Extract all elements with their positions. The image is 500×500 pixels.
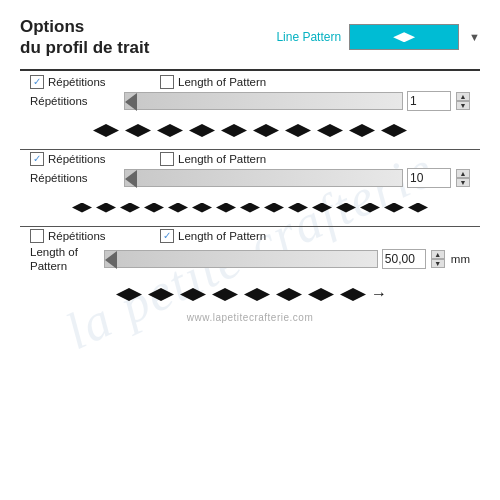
- section3-unit-label: mm: [451, 253, 470, 265]
- section2-repetitions-label: Répétitions: [48, 153, 106, 165]
- section1-input-row: Répétitions 1 ▲ ▼: [20, 91, 480, 111]
- section2-divider: [20, 226, 480, 227]
- section2-value: 10: [410, 171, 423, 185]
- section1-number-input[interactable]: 1: [407, 91, 451, 111]
- section1-slider-area: [124, 92, 403, 110]
- section3-repetitions-group: Répétitions: [30, 229, 160, 243]
- section3-repetitions-checkbox[interactable]: [30, 229, 44, 243]
- section2-spinner: ▲ ▼: [456, 169, 470, 187]
- section3-slider-area: [104, 250, 378, 268]
- section1-divider: [20, 149, 480, 150]
- section1-slider-thumb[interactable]: [125, 93, 137, 111]
- pattern-row-3: →: [20, 280, 480, 308]
- section1-length-label: Length of Pattern: [178, 76, 266, 88]
- diamond: [244, 288, 270, 301]
- section3-spinner: ▲ ▼: [431, 250, 445, 268]
- diamond: [189, 124, 215, 137]
- title-line2: du profil de trait: [20, 38, 149, 57]
- section2-length-checkbox[interactable]: [160, 152, 174, 166]
- section3-slider-thumb[interactable]: [105, 251, 117, 269]
- diamond: [308, 288, 334, 301]
- section2-slider-track[interactable]: [124, 169, 403, 187]
- diamond: [168, 203, 188, 213]
- diamond: [276, 288, 302, 301]
- section3-length-checkbox[interactable]: ✓: [160, 229, 174, 243]
- section2-slider-area: [124, 169, 403, 187]
- section1-repetitions-label: Répétitions: [48, 76, 106, 88]
- section1-repetitions-group: ✓ Répétitions: [30, 75, 160, 89]
- section3-value: 50,00: [385, 252, 415, 266]
- line-pattern-preview[interactable]: [349, 24, 459, 50]
- preview-diamond: [393, 32, 415, 42]
- section2-input-label: Répétitions: [30, 172, 120, 184]
- header-right: Line Pattern ▼: [276, 24, 480, 50]
- section3-options-row: Répétitions ✓ Length of Pattern: [20, 229, 480, 243]
- page-container: Options du profil de trait Line Pattern …: [0, 0, 500, 333]
- section1-slider-track[interactable]: [124, 92, 403, 110]
- diamond: [221, 124, 247, 137]
- website-label: www.lapetitecrafterie.com: [20, 312, 480, 323]
- header: Options du profil de trait Line Pattern …: [20, 10, 480, 63]
- section1-spinner: ▲ ▼: [456, 92, 470, 110]
- diamond: [216, 203, 236, 213]
- diamond: [381, 124, 407, 137]
- diamond: [288, 203, 308, 213]
- diamond: [384, 203, 404, 213]
- diamond: [93, 124, 119, 137]
- diamond: [144, 203, 164, 213]
- diamond: [157, 124, 183, 137]
- dropdown-arrow-icon[interactable]: ▼: [469, 31, 480, 43]
- diamond: [253, 124, 279, 137]
- diamond: [285, 124, 311, 137]
- section3-length-label: Length of Pattern: [178, 230, 266, 242]
- section3-number-input[interactable]: 50,00: [382, 249, 426, 269]
- section-1: ✓ Répétitions Length of Pattern Répétiti…: [20, 75, 480, 111]
- section2-spin-down[interactable]: ▼: [456, 178, 470, 187]
- section2-input-row: Répétitions 10 ▲ ▼: [20, 168, 480, 188]
- section3-input-row: Length ofPattern 50,00 ▲ ▼ mm: [20, 245, 480, 275]
- diamond: [360, 203, 380, 213]
- section1-options-row: ✓ Répétitions Length of Pattern: [20, 75, 480, 89]
- diamond: [148, 288, 174, 301]
- section3-spin-up[interactable]: ▲: [431, 250, 445, 259]
- diamond: [340, 288, 366, 301]
- section1-length-checkbox[interactable]: [160, 75, 174, 89]
- section3-repetitions-label: Répétitions: [48, 230, 106, 242]
- section3-length-group: ✓ Length of Pattern: [160, 229, 290, 243]
- section2-options-row: ✓ Répétitions Length of Pattern: [20, 152, 480, 166]
- section1-spin-down[interactable]: ▼: [456, 101, 470, 110]
- section2-spin-up[interactable]: ▲: [456, 169, 470, 178]
- title-line1: Options: [20, 17, 84, 36]
- diamond: [212, 288, 238, 301]
- section3-spin-down[interactable]: ▼: [431, 259, 445, 268]
- section-3: Répétitions ✓ Length of Pattern Length o…: [20, 229, 480, 275]
- diamond: [349, 124, 375, 137]
- section1-length-group: Length of Pattern: [160, 75, 290, 89]
- section2-slider-thumb[interactable]: [125, 170, 137, 188]
- diamond: [116, 288, 142, 301]
- pattern-end-arrow: →: [371, 285, 387, 303]
- diamond: [120, 203, 140, 213]
- section2-repetitions-checkbox[interactable]: ✓: [30, 152, 44, 166]
- diamond: [96, 203, 116, 213]
- section1-repetitions-checkbox[interactable]: ✓: [30, 75, 44, 89]
- section1-input-label: Répétitions: [30, 95, 120, 107]
- main-divider: [20, 69, 480, 71]
- diamond: [336, 203, 356, 213]
- diamond: [72, 203, 92, 213]
- section1-value: 1: [410, 94, 417, 108]
- section3-slider-track[interactable]: [104, 250, 378, 268]
- section2-number-input[interactable]: 10: [407, 168, 451, 188]
- diamond: [408, 203, 428, 213]
- section1-spin-up[interactable]: ▲: [456, 92, 470, 101]
- section2-repetitions-group: ✓ Répétitions: [30, 152, 160, 166]
- section2-length-label: Length of Pattern: [178, 153, 266, 165]
- diamond: [317, 124, 343, 137]
- line-pattern-label: Line Pattern: [276, 30, 341, 44]
- section3-input-label: Length ofPattern: [30, 245, 100, 275]
- section-2: ✓ Répétitions Length of Pattern Répétiti…: [20, 152, 480, 188]
- section2-length-group: Length of Pattern: [160, 152, 290, 166]
- diamond: [180, 288, 206, 301]
- diamond: [192, 203, 212, 213]
- page-title: Options du profil de trait: [20, 16, 149, 59]
